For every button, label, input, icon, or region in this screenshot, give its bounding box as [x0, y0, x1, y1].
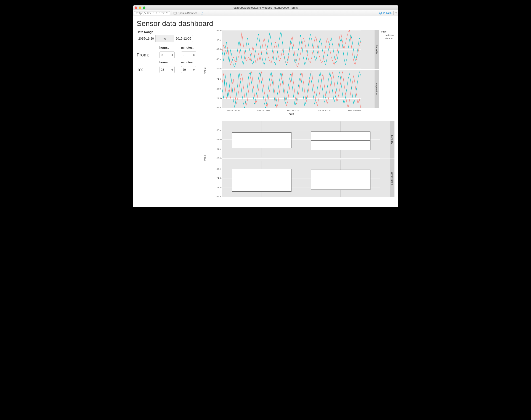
window-title: ~/Dropbox/projects/shiny/gdocs_tutorial/… — [133, 6, 398, 9]
reload-button[interactable] — [201, 12, 203, 15]
toolbar: http://127.0.0.1:3378 Open in Browser Pu… — [133, 10, 398, 16]
svg-text:23.5: 23.5 — [216, 97, 221, 100]
date-start-input[interactable]: 2015-11-20 — [137, 35, 155, 42]
svg-text:42.5: 42.5 — [216, 58, 221, 60]
minutes-col-label-2: minutes: — [181, 60, 201, 64]
svg-rect-0 — [174, 12, 176, 14]
svg-text:Nov 24 00:00: Nov 24 00:00 — [227, 109, 239, 112]
to-hours-input[interactable]: 23 — [159, 66, 175, 73]
open-in-browser-button[interactable]: Open in Browser — [173, 12, 197, 15]
main-panel: value 40.042.545.047.550.0 23.023.524.02… — [206, 30, 394, 203]
svg-text:47.5: 47.5 — [216, 129, 221, 131]
legend: origin bedroom kitchen — [381, 30, 394, 112]
svg-text:40.0: 40.0 — [216, 67, 221, 69]
legend-bedroom: bedroom — [385, 34, 394, 36]
svg-rect-66 — [311, 132, 370, 150]
spinner-icon — [193, 69, 195, 71]
y-axis-label: value — [203, 67, 207, 74]
from-minutes-input[interactable]: 0 — [181, 51, 196, 58]
from-hours-value: 0 — [161, 53, 163, 57]
facet-strip-humidity-2: humidity — [390, 121, 394, 159]
x-axis-label: date — [222, 112, 361, 116]
publish-menu-button[interactable] — [395, 13, 397, 14]
svg-text:45.0: 45.0 — [216, 138, 221, 141]
publish-label: Publish — [383, 12, 391, 15]
to-row-label: To: — [137, 67, 157, 73]
box-plot: value 40.042.545.047.550.0 23.023.524.02… — [206, 121, 394, 203]
date-end-input[interactable]: 2015-12-05 — [174, 35, 193, 42]
svg-text:Nov 25 00:00: Nov 25 00:00 — [287, 109, 300, 112]
humidity-line-chart — [222, 30, 361, 69]
publish-button[interactable]: Publish — [379, 12, 391, 15]
humidity-box-chart — [222, 121, 380, 159]
svg-text:24.5: 24.5 — [216, 78, 221, 80]
legend-kitchen: kitchen — [385, 37, 392, 39]
open-in-browser-label: Open in Browser — [177, 12, 197, 15]
publish-icon — [379, 12, 382, 15]
facet-strip-temperature-2: temperature — [390, 159, 394, 197]
minutes-col-label: minutes: — [181, 46, 201, 49]
to-hours-value: 23 — [161, 68, 164, 71]
reload-icon — [201, 12, 203, 15]
svg-text:40.0: 40.0 — [216, 157, 221, 159]
svg-text:47.5: 47.5 — [216, 39, 221, 41]
facet-strip-humidity: humidity — [375, 30, 379, 69]
from-minutes-value: 0 — [183, 53, 184, 57]
svg-text:23.0: 23.0 — [216, 107, 221, 108]
svg-text:42.5: 42.5 — [216, 148, 221, 150]
facet-strip-temperature: temperature — [375, 70, 379, 108]
url-field[interactable]: http://127.0.0.1:3378 — [134, 11, 170, 15]
date-to-label: to — [155, 35, 174, 42]
zoom-icon[interactable] — [143, 6, 145, 9]
spinner-icon — [171, 69, 173, 71]
sidebar: Date Range 2015-11-20 to 2015-12-05 hour… — [137, 30, 202, 203]
legend-title: origin — [381, 30, 394, 33]
svg-rect-62 — [232, 132, 291, 148]
browser-icon — [173, 12, 177, 15]
svg-text:23.0: 23.0 — [216, 196, 221, 197]
page-title: Sensor data dashboard — [137, 19, 394, 28]
date-range-input: 2015-11-20 to 2015-12-05 — [137, 35, 193, 42]
minimize-icon[interactable] — [139, 6, 141, 9]
spinner-icon — [193, 54, 195, 56]
svg-text:Nov 24 12:00: Nov 24 12:00 — [257, 109, 270, 112]
app-window: ~/Dropbox/projects/shiny/gdocs_tutorial/… — [133, 5, 398, 207]
temperature-line-chart — [222, 70, 361, 108]
svg-text:24.0: 24.0 — [216, 88, 221, 90]
temperature-box-chart — [222, 159, 380, 197]
svg-text:24.0: 24.0 — [216, 177, 221, 180]
line-plot: value 40.042.545.047.550.0 23.023.524.02… — [206, 30, 394, 117]
svg-text:50.0: 50.0 — [216, 121, 221, 122]
svg-text:Nov 25 12:00: Nov 25 12:00 — [317, 109, 330, 112]
hours-col-label-2: hours: — [159, 60, 179, 64]
svg-text:24.5: 24.5 — [216, 168, 221, 170]
svg-text:50.0: 50.0 — [216, 30, 221, 31]
svg-point-4 — [380, 13, 381, 14]
y-axis-label-2: value — [203, 154, 207, 161]
close-icon[interactable] — [135, 6, 137, 9]
window-controls — [135, 6, 145, 9]
from-row-label: From: — [137, 52, 157, 58]
to-minutes-input[interactable]: 59 — [181, 66, 196, 73]
hours-col-label: hours: — [159, 46, 179, 49]
to-minutes-value: 59 — [183, 68, 186, 71]
titlebar: ~/Dropbox/projects/shiny/gdocs_tutorial/… — [133, 5, 398, 10]
from-hours-input[interactable]: 0 — [159, 51, 175, 58]
spinner-icon — [171, 54, 173, 56]
svg-text:45.0: 45.0 — [216, 48, 221, 51]
chevron-down-icon — [395, 13, 397, 14]
svg-text:Nov 26 00:00: Nov 26 00:00 — [348, 109, 361, 112]
date-range-label: Date Range — [137, 30, 202, 34]
svg-text:23.5: 23.5 — [216, 186, 221, 189]
svg-rect-78 — [311, 170, 370, 190]
